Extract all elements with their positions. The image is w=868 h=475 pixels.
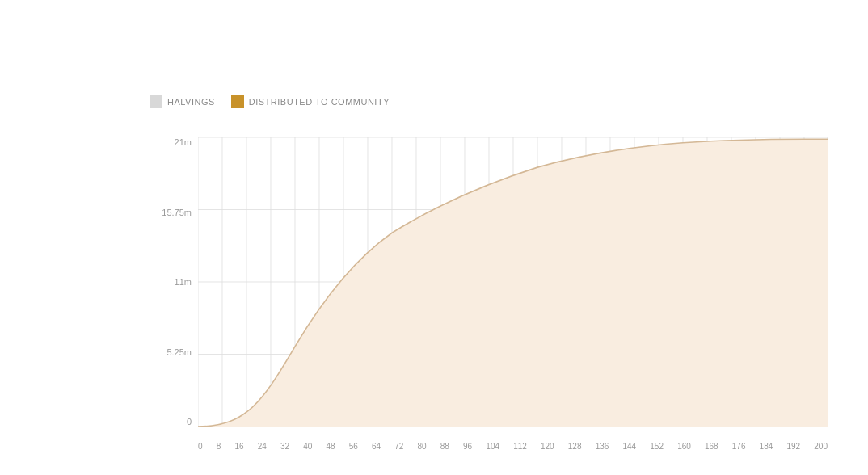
x-label-16: 16 bbox=[234, 442, 243, 451]
y-label-0: 0 bbox=[187, 417, 198, 427]
x-label-128: 128 bbox=[568, 442, 582, 451]
x-label-136: 136 bbox=[596, 442, 609, 451]
x-label-144: 144 bbox=[622, 442, 636, 451]
x-label-192: 192 bbox=[786, 442, 800, 451]
x-label-8: 8 bbox=[217, 442, 221, 451]
x-label-48: 48 bbox=[326, 442, 335, 451]
x-label-32: 32 bbox=[280, 442, 289, 451]
chart-svg bbox=[198, 137, 828, 427]
halvings-label: HALVINGS bbox=[167, 97, 215, 107]
x-label-80: 80 bbox=[418, 442, 427, 451]
y-axis: 21m 15.75m 11m 5.25m 0 bbox=[150, 137, 198, 427]
x-label-56: 56 bbox=[349, 442, 358, 451]
x-label-88: 88 bbox=[440, 442, 449, 451]
y-label-1575m: 15.75m bbox=[162, 208, 198, 217]
x-label-184: 184 bbox=[760, 442, 773, 451]
x-label-96: 96 bbox=[463, 442, 472, 451]
x-label-120: 120 bbox=[541, 442, 554, 451]
halvings-swatch bbox=[150, 95, 162, 108]
legend-item-halvings: HALVINGS bbox=[150, 95, 215, 108]
x-label-0: 0 bbox=[198, 442, 203, 451]
y-label-11m: 11m bbox=[175, 277, 198, 287]
x-label-112: 112 bbox=[513, 442, 527, 451]
x-label-176: 176 bbox=[732, 442, 746, 451]
distributed-label: DISTRIBUTED TO COMMUNITY bbox=[249, 97, 390, 107]
distributed-swatch bbox=[231, 95, 244, 108]
x-label-168: 168 bbox=[705, 442, 718, 451]
x-label-152: 152 bbox=[650, 442, 664, 451]
x-label-104: 104 bbox=[486, 442, 499, 451]
y-label-21m: 21m bbox=[175, 137, 198, 147]
x-label-72: 72 bbox=[394, 442, 403, 451]
x-label-160: 160 bbox=[677, 442, 691, 451]
x-label-64: 64 bbox=[372, 442, 381, 451]
chart-fill bbox=[198, 139, 828, 427]
x-label-200: 200 bbox=[814, 442, 828, 451]
x-label-40: 40 bbox=[303, 442, 312, 451]
chart-area bbox=[198, 137, 828, 427]
x-axis: 0 8 16 24 32 40 48 56 64 72 80 88 96 104… bbox=[198, 442, 828, 451]
x-label-24: 24 bbox=[258, 442, 267, 451]
chart-container: HALVINGS DISTRIBUTED TO COMMUNITY 21m 15… bbox=[0, 0, 868, 475]
y-label-525m: 5.25m bbox=[166, 347, 198, 357]
chart-legend: HALVINGS DISTRIBUTED TO COMMUNITY bbox=[150, 95, 390, 108]
legend-item-distributed: DISTRIBUTED TO COMMUNITY bbox=[231, 95, 390, 108]
